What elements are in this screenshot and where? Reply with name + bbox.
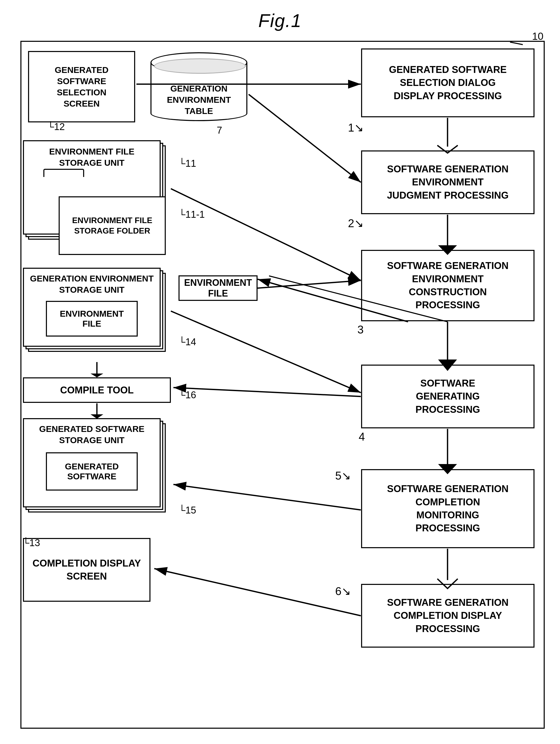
folder-container: ENVIRONMENT FILESTORAGE FOLDER xyxy=(43,176,140,229)
gen-soft-front: GENERATED SOFTWARESTORAGE UNIT GENERATED… xyxy=(23,418,161,508)
process-1-label: GENERATED SOFTWARESELECTION DIALOGDISPLA… xyxy=(389,63,507,103)
ref-label-11: └11 xyxy=(179,158,196,169)
gen-soft-inner-box: GENERATED SOFTWARE xyxy=(46,452,138,490)
ref-label-14: └14 xyxy=(179,337,196,347)
ref-label-7: 7 xyxy=(217,125,222,136)
env-file-storage-title: ENVIRONMENT FILESTORAGE UNIT xyxy=(49,146,135,168)
drum-top xyxy=(150,52,247,73)
process-box-1: GENERATED SOFTWARESELECTION DIALOGDISPLA… xyxy=(361,48,534,117)
completion-screen-label: COMPLETION DISPLAYSCREEN xyxy=(32,557,141,583)
process-box-3: SOFTWARE GENERATIONENVIRONMENTCONSTRUCTI… xyxy=(361,250,534,321)
step-num-3: 3 xyxy=(358,323,364,336)
folder-tab xyxy=(43,169,84,177)
gen-env-inner-box: ENVIRONMENTFILE xyxy=(46,301,138,337)
step-num-2: 2↘ xyxy=(348,217,364,230)
compile-tool-label: COMPILE TOOL xyxy=(60,385,134,396)
gen-env-front: GENERATION ENVIRONMENTSTORAGE UNIT ENVIR… xyxy=(23,268,161,347)
process-3-label: SOFTWARE GENERATIONENVIRONMENTCONSTRUCTI… xyxy=(387,259,509,311)
drum-label: GENERATIONENVIRONMENTTABLE xyxy=(150,83,247,117)
ref-label-11-1: └11-1 xyxy=(179,209,205,220)
ref-label-12: └12 xyxy=(47,121,65,132)
gen-soft-inner-label: GENERATED SOFTWARE xyxy=(47,461,137,481)
gen-env-storage-title: GENERATION ENVIRONMENTSTORAGE UNIT xyxy=(30,273,154,295)
env-file-storage-unit: ENVIRONMENT FILESTORAGE UNIT ENVIRONMENT… xyxy=(23,140,171,247)
ref-num-10: 10 xyxy=(532,31,544,42)
process-2-label: SOFTWARE GENERATIONENVIRONMENTJUDGMENT P… xyxy=(387,163,509,202)
selection-screen-box: GENERATEDSOFTWARESELECTIONSCREEN xyxy=(28,51,135,122)
folder-inner-label: ENVIRONMENT FILESTORAGE FOLDER xyxy=(60,197,165,254)
page-title: Fig.1 xyxy=(0,10,560,31)
process-6-label: SOFTWARE GENERATIONCOMPLETION DISPLAYPRO… xyxy=(387,596,509,635)
process-4-label: SOFTWAREGENERATINGPROCESSING xyxy=(415,377,480,416)
step-num-5: 5↘ xyxy=(335,469,351,482)
gen-env-inner-label: ENVIRONMENTFILE xyxy=(60,309,124,329)
drum-top-inner xyxy=(154,59,246,74)
process-box-4: SOFTWAREGENERATINGPROCESSING xyxy=(361,365,534,429)
process-box-2: SOFTWARE GENERATIONENVIRONMENTJUDGMENT P… xyxy=(361,150,534,214)
process-box-5: SOFTWARE GENERATIONCOMPLETIONMONITORINGP… xyxy=(361,469,534,548)
env-file-center-box: ENVIRONMENTFILE xyxy=(179,275,258,301)
completion-screen-box: COMPLETION DISPLAYSCREEN xyxy=(23,538,150,602)
process-5-label: SOFTWARE GENERATIONCOMPLETIONMONITORINGP… xyxy=(387,482,509,535)
step-num-4: 4 xyxy=(359,431,365,443)
process-box-6: SOFTWARE GENERATIONCOMPLETION DISPLAYPRO… xyxy=(361,584,534,647)
ref-label-13: └13 xyxy=(23,537,40,549)
compile-tool-box: COMPILE TOOL xyxy=(23,377,171,403)
folder-box: ENVIRONMENT FILESTORAGE FOLDER xyxy=(59,196,166,255)
env-file-center-label: ENVIRONMENTFILE xyxy=(184,277,252,299)
gen-software-storage-unit: GENERATED SOFTWARESTORAGE UNIT GENERATED… xyxy=(23,418,171,520)
gen-env-table-drum: GENERATIONENVIRONMENTTABLE xyxy=(150,52,247,129)
selection-screen-label: GENERATEDSOFTWARESELECTIONSCREEN xyxy=(55,64,109,109)
gen-env-storage-unit: GENERATION ENVIRONMENTSTORAGE UNIT ENVIR… xyxy=(23,268,171,360)
step-num-6: 6↘ xyxy=(335,585,351,598)
step-num-1: 1↘ xyxy=(348,121,364,134)
ref-label-16: └16 xyxy=(179,389,196,401)
storage-front: ENVIRONMENT FILESTORAGE UNIT ENVIRONMENT… xyxy=(23,140,161,234)
gen-soft-storage-title: GENERATED SOFTWARESTORAGE UNIT xyxy=(39,423,144,446)
ref-label-15: └15 xyxy=(179,505,196,516)
